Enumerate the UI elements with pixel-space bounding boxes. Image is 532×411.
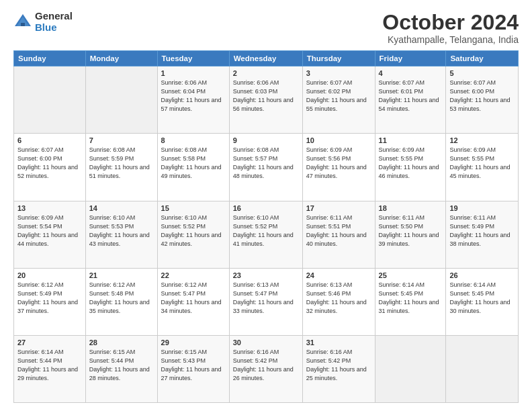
day-info: Sunrise: 6:13 AM Sunset: 5:47 PM Dayligh…: [233, 281, 299, 316]
calendar-cell: 3Sunrise: 6:07 AM Sunset: 6:02 PM Daylig…: [302, 66, 375, 134]
calendar-cell: 6Sunrise: 6:07 AM Sunset: 6:00 PM Daylig…: [14, 134, 86, 201]
day-number: 13: [17, 204, 82, 212]
calendar-cell: 2Sunrise: 6:06 AM Sunset: 6:03 PM Daylig…: [229, 66, 302, 134]
logo-blue-text: Blue: [35, 22, 73, 34]
day-info: Sunrise: 6:07 AM Sunset: 6:02 PM Dayligh…: [306, 79, 371, 113]
day-number: 7: [89, 136, 154, 144]
day-number: 27: [17, 338, 82, 347]
day-info: Sunrise: 6:06 AM Sunset: 6:03 PM Dayligh…: [233, 79, 299, 113]
calendar-cell: 8Sunrise: 6:08 AM Sunset: 5:58 PM Daylig…: [157, 134, 229, 201]
col-friday: Friday: [375, 51, 446, 66]
day-info: Sunrise: 6:08 AM Sunset: 5:58 PM Dayligh…: [161, 146, 226, 181]
logo-icon: [13, 13, 32, 32]
title-block: October 2024 Kyathampalle, Telangana, In…: [382, 11, 519, 45]
day-number: 5: [449, 69, 515, 77]
day-number: 10: [306, 136, 371, 144]
day-info: Sunrise: 6:14 AM Sunset: 5:45 PM Dayligh…: [379, 281, 443, 316]
calendar-cell: [446, 335, 519, 402]
calendar-cell: 13Sunrise: 6:09 AM Sunset: 5:54 PM Dayli…: [14, 201, 86, 268]
calendar-cell: 25Sunrise: 6:14 AM Sunset: 5:45 PM Dayli…: [375, 268, 446, 335]
day-info: Sunrise: 6:10 AM Sunset: 5:53 PM Dayligh…: [89, 214, 154, 248]
calendar-cell: 7Sunrise: 6:08 AM Sunset: 5:59 PM Daylig…: [85, 134, 157, 201]
svg-rect-2: [21, 23, 25, 26]
calendar-cell: 19Sunrise: 6:11 AM Sunset: 5:49 PM Dayli…: [446, 201, 519, 268]
day-number: 15: [161, 204, 226, 212]
calendar-cell: 31Sunrise: 6:16 AM Sunset: 5:42 PM Dayli…: [302, 335, 375, 402]
calendar-cell: 9Sunrise: 6:08 AM Sunset: 5:57 PM Daylig…: [229, 134, 302, 201]
week-row-2: 13Sunrise: 6:09 AM Sunset: 5:54 PM Dayli…: [14, 201, 519, 268]
day-number: 4: [379, 69, 443, 77]
day-number: 1: [161, 69, 226, 77]
day-number: 18: [379, 204, 443, 212]
logo: General Blue: [13, 11, 73, 33]
day-info: Sunrise: 6:09 AM Sunset: 5:54 PM Dayligh…: [17, 214, 82, 248]
day-info: Sunrise: 6:12 AM Sunset: 5:49 PM Dayligh…: [17, 281, 82, 316]
calendar-cell: [85, 66, 157, 134]
day-number: 24: [306, 271, 371, 279]
day-info: Sunrise: 6:09 AM Sunset: 5:55 PM Dayligh…: [449, 146, 515, 181]
day-info: Sunrise: 6:14 AM Sunset: 5:44 PM Dayligh…: [17, 348, 82, 383]
day-number: 19: [449, 204, 515, 212]
calendar-cell: 20Sunrise: 6:12 AM Sunset: 5:49 PM Dayli…: [14, 268, 86, 335]
calendar-cell: 22Sunrise: 6:12 AM Sunset: 5:47 PM Dayli…: [157, 268, 229, 335]
day-info: Sunrise: 6:15 AM Sunset: 5:43 PM Dayligh…: [161, 348, 226, 383]
day-number: 31: [306, 338, 371, 347]
day-info: Sunrise: 6:16 AM Sunset: 5:42 PM Dayligh…: [306, 348, 371, 383]
day-info: Sunrise: 6:08 AM Sunset: 5:59 PM Dayligh…: [89, 146, 154, 181]
day-info: Sunrise: 6:07 AM Sunset: 6:01 PM Dayligh…: [379, 79, 443, 113]
calendar-cell: [375, 335, 446, 402]
day-number: 29: [161, 338, 226, 347]
logo-text: General Blue: [35, 11, 73, 33]
day-number: 2: [233, 69, 299, 77]
calendar-cell: 29Sunrise: 6:15 AM Sunset: 5:43 PM Dayli…: [157, 335, 229, 402]
calendar-cell: 12Sunrise: 6:09 AM Sunset: 5:55 PM Dayli…: [446, 134, 519, 201]
day-number: 21: [89, 271, 154, 279]
calendar-cell: 4Sunrise: 6:07 AM Sunset: 6:01 PM Daylig…: [375, 66, 446, 134]
day-number: 16: [233, 204, 299, 212]
calendar-cell: 1Sunrise: 6:06 AM Sunset: 6:04 PM Daylig…: [157, 66, 229, 134]
day-number: 20: [17, 271, 82, 279]
calendar-cell: 11Sunrise: 6:09 AM Sunset: 5:55 PM Dayli…: [375, 134, 446, 201]
day-info: Sunrise: 6:11 AM Sunset: 5:50 PM Dayligh…: [379, 214, 443, 248]
col-saturday: Saturday: [446, 51, 519, 66]
col-wednesday: Wednesday: [229, 51, 302, 66]
day-number: 3: [306, 69, 371, 77]
calendar-cell: 23Sunrise: 6:13 AM Sunset: 5:47 PM Dayli…: [229, 268, 302, 335]
day-number: 6: [17, 136, 82, 144]
day-number: 14: [89, 204, 154, 212]
header-row: Sunday Monday Tuesday Wednesday Thursday…: [14, 51, 519, 66]
calendar-cell: 10Sunrise: 6:09 AM Sunset: 5:56 PM Dayli…: [302, 134, 375, 201]
day-number: 17: [306, 204, 371, 212]
day-number: 11: [379, 136, 443, 144]
day-info: Sunrise: 6:14 AM Sunset: 5:45 PM Dayligh…: [449, 281, 515, 316]
day-number: 28: [89, 338, 154, 347]
calendar-cell: 18Sunrise: 6:11 AM Sunset: 5:50 PM Dayli…: [375, 201, 446, 268]
page: General Blue October 2024 Kyathampalle, …: [0, 0, 532, 411]
calendar-cell: 16Sunrise: 6:10 AM Sunset: 5:52 PM Dayli…: [229, 201, 302, 268]
header: General Blue October 2024 Kyathampalle, …: [13, 11, 519, 45]
day-info: Sunrise: 6:11 AM Sunset: 5:49 PM Dayligh…: [449, 214, 515, 248]
col-sunday: Sunday: [14, 51, 86, 66]
calendar-cell: 21Sunrise: 6:12 AM Sunset: 5:48 PM Dayli…: [85, 268, 157, 335]
day-info: Sunrise: 6:12 AM Sunset: 5:47 PM Dayligh…: [161, 281, 226, 316]
day-number: 12: [449, 136, 515, 144]
day-info: Sunrise: 6:07 AM Sunset: 6:00 PM Dayligh…: [17, 146, 82, 181]
day-info: Sunrise: 6:13 AM Sunset: 5:46 PM Dayligh…: [306, 281, 371, 316]
day-info: Sunrise: 6:06 AM Sunset: 6:04 PM Dayligh…: [161, 79, 226, 113]
day-info: Sunrise: 6:12 AM Sunset: 5:48 PM Dayligh…: [89, 281, 154, 316]
calendar-cell: 15Sunrise: 6:10 AM Sunset: 5:52 PM Dayli…: [157, 201, 229, 268]
day-number: 25: [379, 271, 443, 279]
month-title: October 2024: [382, 11, 519, 34]
week-row-4: 27Sunrise: 6:14 AM Sunset: 5:44 PM Dayli…: [14, 335, 519, 402]
calendar-cell: 5Sunrise: 6:07 AM Sunset: 6:00 PM Daylig…: [446, 66, 519, 134]
calendar-table: Sunday Monday Tuesday Wednesday Thursday…: [13, 50, 519, 403]
day-info: Sunrise: 6:11 AM Sunset: 5:51 PM Dayligh…: [306, 214, 371, 248]
week-row-1: 6Sunrise: 6:07 AM Sunset: 6:00 PM Daylig…: [14, 134, 519, 201]
calendar-cell: 27Sunrise: 6:14 AM Sunset: 5:44 PM Dayli…: [14, 335, 86, 402]
day-info: Sunrise: 6:10 AM Sunset: 5:52 PM Dayligh…: [161, 214, 226, 248]
calendar-cell: 26Sunrise: 6:14 AM Sunset: 5:45 PM Dayli…: [446, 268, 519, 335]
col-monday: Monday: [85, 51, 157, 66]
calendar-cell: 17Sunrise: 6:11 AM Sunset: 5:51 PM Dayli…: [302, 201, 375, 268]
day-info: Sunrise: 6:09 AM Sunset: 5:56 PM Dayligh…: [306, 146, 371, 181]
week-row-0: 1Sunrise: 6:06 AM Sunset: 6:04 PM Daylig…: [14, 66, 519, 134]
